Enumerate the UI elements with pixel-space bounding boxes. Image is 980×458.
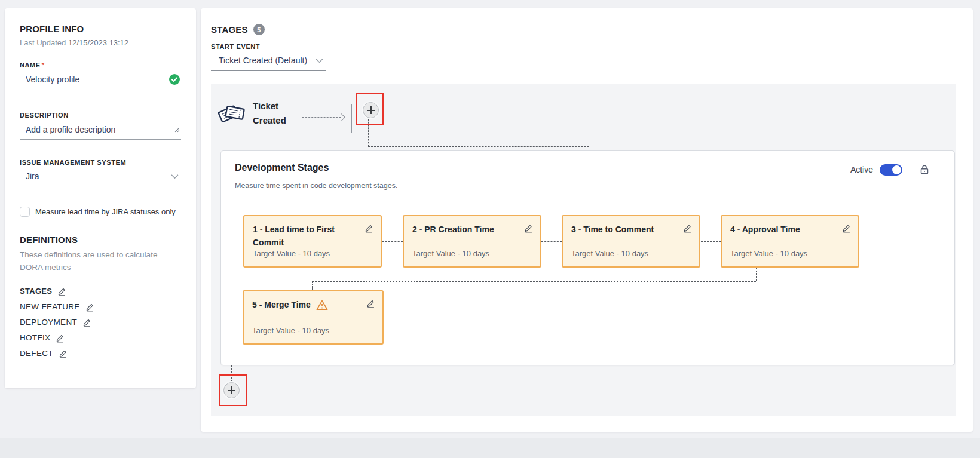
lead-time-checkbox-row: Measure lead time by JIRA statuses only — [20, 207, 181, 217]
definitions-list: STAGES NEW FEATURE DEPLOYMENT HOTFIX DEF… — [20, 284, 181, 361]
connector-line — [312, 281, 313, 290]
highlight-box-top — [356, 93, 384, 125]
stages-header: STAGES 5 — [211, 24, 973, 35]
definition-row-hotfix: HOTFIX — [20, 330, 181, 346]
stage-title: 5 - Merge Time — [252, 299, 311, 312]
last-updated-value: 12/15/2023 13:12 — [68, 38, 128, 47]
group-controls: Active — [850, 164, 930, 176]
start-event-value: Ticket Created (Default) — [219, 56, 307, 65]
stages-panel: STAGES 5 START EVENT Ticket Created (Def… — [201, 8, 973, 432]
definition-label: DEPLOYMENT — [20, 318, 77, 327]
issue-system-label: ISSUE MANAGEMENT SYSTEM — [20, 159, 181, 166]
edit-stages-button[interactable] — [57, 287, 66, 296]
name-field — [20, 74, 181, 91]
edit-stage-4-button[interactable] — [842, 223, 851, 233]
active-toggle[interactable] — [880, 164, 902, 176]
start-event-label: START EVENT — [211, 43, 973, 50]
definition-label: DEFECT — [20, 349, 53, 358]
definition-label: HOTFIX — [20, 333, 50, 342]
edit-deployment-button[interactable] — [82, 318, 91, 327]
chevron-down-icon — [171, 174, 179, 179]
warning-icon — [316, 299, 328, 311]
name-input[interactable] — [26, 75, 157, 84]
page-bottom-band — [0, 438, 980, 458]
start-connector-arrow — [302, 117, 341, 118]
insert-position-indicator — [351, 104, 352, 133]
connector-line — [382, 241, 403, 242]
stage-title: 3 - Time to Comment — [571, 223, 691, 236]
definition-label: NEW FEATURE — [20, 302, 80, 311]
highlight-box-bottom — [219, 374, 247, 406]
name-label-text: NAME — [20, 62, 41, 69]
stage-target-value: Target Value - 10 days — [252, 326, 329, 335]
edit-defect-button[interactable] — [59, 349, 68, 358]
issue-system-select[interactable]: Jira — [20, 171, 181, 187]
stage-count-badge: 5 — [253, 24, 265, 35]
workflow-canvas: Ticket Created Development Stages Measur… — [211, 84, 956, 416]
stage-card-2[interactable]: 2 - PR Creation Time Target Value - 10 d… — [403, 215, 541, 268]
connector-line — [541, 241, 562, 242]
lead-time-checkbox-label[interactable]: Measure lead time by JIRA statuses only — [35, 207, 176, 216]
stage-card-1[interactable]: 1 - Lead time to First Commit Target Val… — [243, 215, 382, 268]
development-stages-card: Development Stages Measure time spent in… — [220, 150, 955, 365]
lock-icon[interactable] — [918, 164, 930, 176]
issue-system-value: Jira — [26, 171, 39, 181]
lead-time-checkbox[interactable] — [20, 207, 30, 217]
start-event-select[interactable]: Ticket Created (Default) — [211, 56, 326, 71]
start-node-label: Ticket Created — [253, 99, 292, 128]
stage-title: 2 - PR Creation Time — [412, 223, 532, 236]
stage-target-value: Target Value - 10 days — [730, 249, 807, 258]
stage-card-5[interactable]: 5 - Merge Time Target Value - 10 days — [243, 290, 384, 345]
stage-target-value: Target Value - 10 days — [412, 249, 489, 258]
connector-line — [756, 268, 757, 281]
name-label: NAME* — [20, 62, 181, 69]
last-updated-label: Last Updated — [20, 38, 66, 47]
chevron-down-icon — [316, 58, 323, 63]
active-toggle-label: Active — [850, 165, 873, 174]
profile-info-panel: PROFILE INFO Last Updated 12/15/2023 13:… — [5, 8, 196, 388]
edit-stage-1-button[interactable] — [365, 223, 373, 233]
start-event-node: Ticket Created — [218, 99, 292, 128]
edit-stage-3-button[interactable] — [683, 223, 692, 233]
last-updated: Last Updated 12/15/2023 13:12 — [20, 38, 181, 47]
edit-stage-2-button[interactable] — [524, 223, 533, 233]
definition-row-stages: STAGES — [20, 284, 181, 299]
definitions-title: DEFINITIONS — [20, 235, 181, 245]
edit-new-feature-button[interactable] — [85, 302, 94, 312]
resize-handle-icon[interactable] — [174, 124, 180, 135]
stage-card-4[interactable]: 4 - Approval Time Target Value - 10 days — [721, 215, 859, 268]
definition-row-deployment: DEPLOYMENT — [20, 315, 181, 330]
required-asterisk: * — [42, 62, 45, 69]
group-subtitle: Measure time spent in code development s… — [235, 182, 397, 190]
ticket-icon — [218, 99, 246, 128]
definitions-subtitle: These definitions are used to calculate … — [20, 249, 173, 274]
stages-title: STAGES — [211, 24, 248, 35]
connector-line — [701, 241, 721, 242]
group-title: Development Stages — [235, 162, 329, 173]
toggle-knob — [892, 165, 901, 174]
stage-card-3[interactable]: 3 - Time to Comment Target Value - 10 da… — [562, 215, 700, 268]
definition-label: STAGES — [20, 287, 52, 296]
description-field — [20, 124, 181, 140]
stage-title: 4 - Approval Time — [730, 223, 850, 236]
stage-title: 1 - Lead time to First Commit — [253, 223, 372, 249]
edit-hotfix-button[interactable] — [56, 333, 65, 343]
definition-row-new-feature: NEW FEATURE — [20, 299, 181, 315]
description-input[interactable] — [26, 125, 157, 134]
edit-stage-5-button[interactable] — [366, 299, 375, 308]
connector-line — [368, 146, 589, 147]
connector-line — [312, 281, 756, 282]
stage-target-value: Target Value - 10 days — [253, 249, 330, 258]
check-circle-icon — [169, 74, 180, 85]
description-label: DESCRIPTION — [20, 112, 181, 119]
definition-row-defect: DEFECT — [20, 346, 181, 361]
stage-target-value: Target Value - 10 days — [571, 249, 648, 258]
profile-info-title: PROFILE INFO — [20, 24, 181, 34]
